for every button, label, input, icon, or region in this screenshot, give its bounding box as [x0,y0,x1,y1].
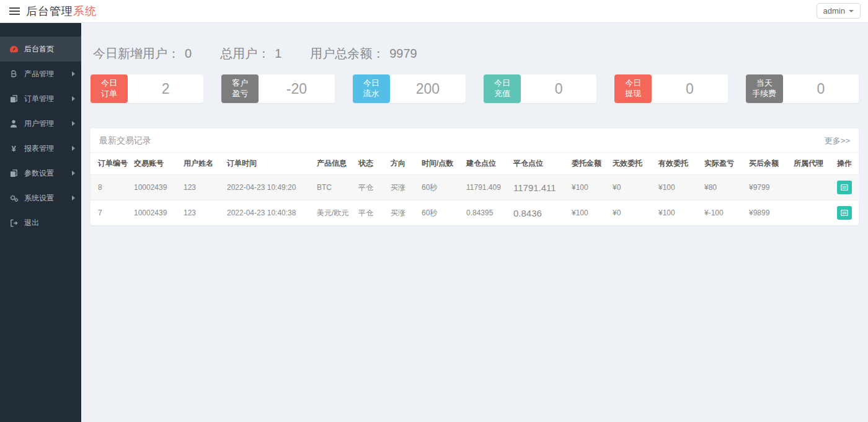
cell-invalid-entrust: ¥0 [609,175,655,200]
column-header: 时间/点数 [418,153,463,175]
logout-icon [9,218,19,227]
column-header: 订单时间 [223,153,313,175]
column-header: 建仓点位 [463,153,510,175]
stat-card-today-orders: 今日 订单 2 [91,74,203,103]
cell-close-price: 11791.411 [510,175,568,200]
column-header: 所属代理 [790,153,833,175]
column-header: 用户姓名 [180,153,223,175]
trades-table: 订单编号 交易账号 用户姓名 订单时间 产品信息 状态 方向 时间/点数 建仓点… [91,153,859,225]
sidebar-item-parameters[interactable]: 参数设置 [0,161,81,186]
stat-card-today-deposit: 今日 充值 0 [484,74,596,103]
column-header: 无效委托 [609,153,655,175]
sidebar-item-logout[interactable]: 退出 [0,210,81,235]
sidebar-item-reports[interactable]: ¥ 报表管理 [0,136,81,161]
cell-direction: 买涨 [387,200,418,226]
user-icon [9,119,19,128]
sidebar: 后台首页 产品管理 订单管理 用户管理 ¥ 报表管理 参数设置 [0,23,81,422]
chevron-down-icon [849,10,854,12]
panel-header: 最新交易记录 更多>> [91,128,859,153]
sidebar-item-label: 报表管理 [24,143,54,154]
summary-new-users: 今日新增用户： 0 [93,45,192,62]
cell-username: 123 [180,200,223,226]
detail-icon [841,184,848,191]
column-header: 委托金额 [568,153,609,175]
stat-cards-row: 今日 订单 2 客户 盈亏 -20 今日 流水 200 今日 充值 0 今日 提… [91,74,859,103]
chevron-right-icon [72,71,75,76]
app-title-accent: 系统 [73,5,97,17]
stat-card-value: -20 [259,74,334,103]
sidebar-item-label: 退出 [24,218,39,228]
summary-total-users-value: 1 [275,47,281,61]
summary-total-balance-label: 用户总余额： [310,45,384,62]
admin-dropdown[interactable]: admin [817,3,861,19]
top-header: 后台管理系统 admin [0,0,868,23]
chevron-right-icon [72,171,75,176]
cell-agent [790,200,833,226]
chevron-right-icon [72,195,75,200]
stat-card-label: 今日 充值 [484,74,521,103]
stat-card-value: 200 [390,74,466,103]
cell-entrust-amount: ¥100 [568,175,609,200]
sidebar-item-products[interactable]: 产品管理 [0,61,81,86]
view-order-button[interactable] [837,181,852,194]
cell-product: BTC [313,175,355,200]
cell-actual-pnl: ¥80 [701,175,745,200]
column-header: 方向 [387,153,418,175]
stat-card-value: 0 [652,74,727,103]
more-link[interactable]: 更多>> [825,135,850,146]
table-row: 8 10002439 123 2022-04-23 10:49:20 BTC 平… [91,175,859,200]
cell-valid-entrust: ¥100 [655,200,701,226]
cell-actual-pnl: ¥-100 [701,200,745,226]
sidebar-item-label: 订单管理 [24,94,54,104]
cell-order-time: 2022-04-23 10:40:38 [223,200,313,226]
cell-close-price: 0.8436 [510,200,568,226]
app-title: 后台管理系统 [26,4,97,19]
cell-order-time: 2022-04-23 10:49:20 [223,175,313,200]
sidebar-item-label: 用户管理 [24,119,54,129]
sidebar-item-users[interactable]: 用户管理 [0,111,81,136]
summary-new-users-value: 0 [185,47,192,61]
cell-username: 123 [180,175,223,200]
sidebar-item-orders[interactable]: 订单管理 [0,86,81,111]
stat-card-label: 当天 手续费 [746,74,783,103]
column-header: 订单编号 [91,153,130,175]
stat-card-value: 0 [521,74,596,103]
cell-valid-entrust: ¥100 [655,175,701,200]
panel-title: 最新交易记录 [99,135,151,146]
column-header: 买后余额 [745,153,790,175]
column-header: 实际盈亏 [701,153,745,175]
cell-duration: 60秒 [418,200,463,226]
column-header: 平仓点位 [510,153,568,175]
cell-order-id: 8 [91,175,130,200]
chevron-right-icon [72,121,75,126]
cell-open-price: 11791.409 [463,175,510,200]
cell-status: 平仓 [355,200,387,226]
column-header: 有效委托 [655,153,701,175]
sidebar-item-label: 后台首页 [24,44,54,55]
view-order-button[interactable] [837,206,852,220]
summary-total-balance: 用户总余额： 9979 [310,45,417,62]
summary-total-users-label: 总用户： [220,45,270,62]
menu-toggle-button[interactable] [2,0,26,23]
table-header-row: 订单编号 交易账号 用户姓名 订单时间 产品信息 状态 方向 时间/点数 建仓点… [91,153,859,175]
yen-icon: ¥ [9,144,19,153]
cell-direction: 买涨 [387,175,418,200]
stat-card-label: 今日 提现 [614,74,652,103]
column-header: 产品信息 [313,153,355,175]
cell-account: 10002439 [130,200,180,226]
column-header: 操作 [833,153,859,175]
main-content: 今日新增用户： 0 总用户： 1 用户总余额： 9979 今日 订单 2 客户 … [81,23,868,422]
sidebar-item-label: 产品管理 [24,69,54,79]
stat-card-label: 客户 盈亏 [221,74,259,103]
sidebar-item-system-settings[interactable]: 系统设置 [0,186,81,210]
detail-icon [841,210,848,216]
cell-invalid-entrust: ¥0 [609,200,655,226]
sidebar-item-dashboard[interactable]: 后台首页 [0,37,81,61]
stat-card-label: 今日 流水 [353,74,390,103]
chevron-right-icon [72,96,75,101]
cell-order-id: 7 [91,200,130,226]
column-header: 状态 [355,153,387,175]
orders-icon [9,94,19,103]
cell-product: 美元/欧元 [313,200,355,226]
cell-actions [833,200,859,226]
